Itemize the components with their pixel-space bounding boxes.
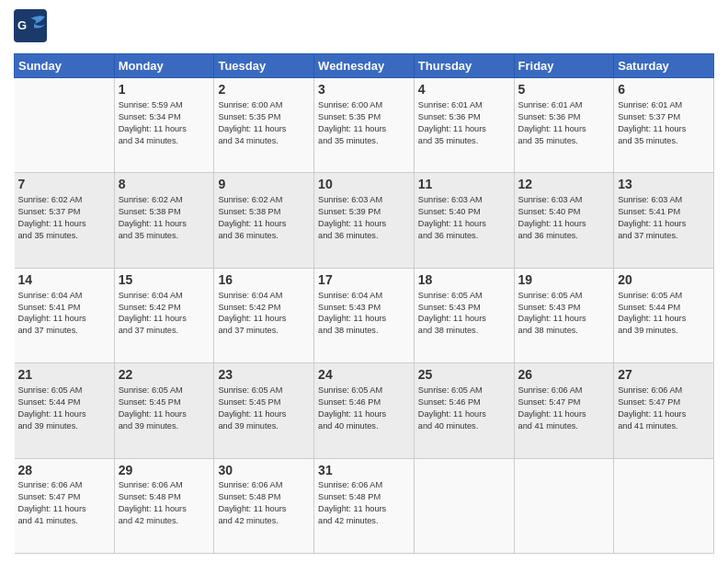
day-cell: 11Sunrise: 6:03 AMSunset: 5:40 PMDayligh…	[414, 173, 514, 268]
day-info: Sunrise: 6:02 AMSunset: 5:38 PMDaylight:…	[119, 194, 210, 242]
day-info: Sunrise: 6:05 AMSunset: 5:46 PMDaylight:…	[318, 385, 410, 432]
day-info: Sunrise: 6:04 AMSunset: 5:41 PMDaylight:…	[18, 290, 110, 338]
day-info: Sunrise: 6:00 AMSunset: 5:35 PMDaylight:…	[318, 99, 410, 147]
day-number: 6	[618, 81, 710, 98]
day-cell: 12Sunrise: 6:03 AMSunset: 5:40 PMDayligh…	[514, 173, 614, 268]
day-number: 12	[518, 176, 610, 193]
day-number: 3	[318, 81, 410, 98]
day-info: Sunrise: 6:05 AMSunset: 5:45 PMDaylight:…	[218, 385, 310, 432]
day-info: Sunrise: 6:06 AMSunset: 5:48 PMDaylight:…	[119, 479, 210, 527]
day-info: Sunrise: 6:06 AMSunset: 5:47 PMDaylight:…	[618, 385, 710, 432]
week-row-2: 7Sunrise: 6:02 AMSunset: 5:37 PMDaylight…	[15, 173, 714, 268]
week-row-4: 21Sunrise: 6:05 AMSunset: 5:44 PMDayligh…	[15, 363, 714, 458]
day-cell: 20Sunrise: 6:05 AMSunset: 5:44 PMDayligh…	[614, 268, 714, 362]
day-cell: 27Sunrise: 6:06 AMSunset: 5:47 PMDayligh…	[614, 363, 714, 458]
day-cell: 13Sunrise: 6:03 AMSunset: 5:41 PMDayligh…	[614, 173, 714, 268]
day-number: 15	[119, 271, 210, 289]
day-number: 10	[318, 176, 410, 193]
day-cell: 31Sunrise: 6:06 AMSunset: 5:48 PMDayligh…	[314, 458, 415, 553]
day-number: 31	[318, 462, 410, 479]
day-cell: 2Sunrise: 6:00 AMSunset: 5:35 PMDaylight…	[214, 78, 314, 173]
day-number: 11	[418, 176, 510, 193]
day-cell: 21Sunrise: 6:05 AMSunset: 5:44 PMDayligh…	[15, 363, 115, 458]
day-cell: 17Sunrise: 6:04 AMSunset: 5:43 PMDayligh…	[314, 268, 415, 362]
day-info: Sunrise: 6:05 AMSunset: 5:44 PMDaylight:…	[618, 290, 710, 338]
weekday-tuesday: Tuesday	[214, 54, 314, 78]
day-number: 18	[418, 271, 510, 289]
week-row-5: 28Sunrise: 6:06 AMSunset: 5:47 PMDayligh…	[15, 458, 714, 553]
logo: G	[14, 9, 49, 46]
day-info: Sunrise: 6:05 AMSunset: 5:44 PMDaylight:…	[18, 385, 110, 432]
day-number: 2	[218, 81, 310, 98]
day-number: 22	[119, 366, 210, 384]
day-number: 20	[618, 271, 710, 289]
weekday-header-row: SundayMondayTuesdayWednesdayThursdayFrid…	[15, 54, 714, 78]
day-info: Sunrise: 6:06 AMSunset: 5:47 PMDaylight:…	[18, 479, 110, 527]
day-number: 24	[318, 366, 410, 384]
day-info: Sunrise: 6:03 AMSunset: 5:41 PMDaylight:…	[618, 194, 710, 242]
day-number: 13	[618, 176, 710, 193]
day-cell: 16Sunrise: 6:04 AMSunset: 5:42 PMDayligh…	[214, 268, 314, 362]
weekday-monday: Monday	[114, 54, 214, 78]
day-cell: 24Sunrise: 6:05 AMSunset: 5:46 PMDayligh…	[314, 363, 415, 458]
day-cell: 30Sunrise: 6:06 AMSunset: 5:48 PMDayligh…	[214, 458, 314, 553]
day-cell: 9Sunrise: 6:02 AMSunset: 5:38 PMDaylight…	[214, 173, 314, 268]
day-info: Sunrise: 6:01 AMSunset: 5:36 PMDaylight:…	[418, 99, 510, 147]
day-cell: 5Sunrise: 6:01 AMSunset: 5:36 PMDaylight…	[514, 78, 614, 173]
header: G	[14, 9, 714, 46]
day-info: Sunrise: 6:04 AMSunset: 5:42 PMDaylight:…	[119, 290, 210, 338]
day-cell: 7Sunrise: 6:02 AMSunset: 5:37 PMDaylight…	[15, 173, 115, 268]
weekday-thursday: Thursday	[414, 54, 514, 78]
day-info: Sunrise: 6:01 AMSunset: 5:37 PMDaylight:…	[618, 99, 710, 147]
day-info: Sunrise: 6:05 AMSunset: 5:46 PMDaylight:…	[418, 385, 510, 432]
day-number: 14	[18, 271, 110, 289]
day-cell: 18Sunrise: 6:05 AMSunset: 5:43 PMDayligh…	[414, 268, 514, 362]
day-cell: 29Sunrise: 6:06 AMSunset: 5:48 PMDayligh…	[114, 458, 214, 553]
day-number: 9	[218, 176, 310, 193]
day-info: Sunrise: 6:06 AMSunset: 5:47 PMDaylight:…	[518, 385, 610, 432]
day-number: 21	[18, 366, 110, 384]
day-info: Sunrise: 6:02 AMSunset: 5:38 PMDaylight:…	[218, 194, 310, 242]
day-cell: 8Sunrise: 6:02 AMSunset: 5:38 PMDaylight…	[114, 173, 214, 268]
day-number: 29	[119, 462, 210, 479]
day-cell	[514, 458, 614, 553]
day-cell: 23Sunrise: 6:05 AMSunset: 5:45 PMDayligh…	[214, 363, 314, 458]
day-cell: 10Sunrise: 6:03 AMSunset: 5:39 PMDayligh…	[314, 173, 415, 268]
day-cell: 28Sunrise: 6:06 AMSunset: 5:47 PMDayligh…	[15, 458, 115, 553]
day-info: Sunrise: 6:03 AMSunset: 5:39 PMDaylight:…	[318, 194, 410, 242]
day-info: Sunrise: 6:05 AMSunset: 5:43 PMDaylight:…	[518, 290, 610, 338]
day-cell: 26Sunrise: 6:06 AMSunset: 5:47 PMDayligh…	[514, 363, 614, 458]
day-number: 7	[18, 176, 110, 193]
day-number: 17	[318, 271, 410, 289]
day-info: Sunrise: 6:04 AMSunset: 5:43 PMDaylight:…	[318, 290, 410, 338]
day-info: Sunrise: 6:05 AMSunset: 5:45 PMDaylight:…	[119, 385, 210, 432]
day-cell: 3Sunrise: 6:00 AMSunset: 5:35 PMDaylight…	[314, 78, 415, 173]
day-cell: 4Sunrise: 6:01 AMSunset: 5:36 PMDaylight…	[414, 78, 514, 173]
calendar-table: SundayMondayTuesdayWednesdayThursdayFrid…	[14, 53, 714, 554]
day-info: Sunrise: 6:02 AMSunset: 5:37 PMDaylight:…	[18, 194, 110, 242]
day-cell: 25Sunrise: 6:05 AMSunset: 5:46 PMDayligh…	[414, 363, 514, 458]
day-cell: 14Sunrise: 6:04 AMSunset: 5:41 PMDayligh…	[15, 268, 115, 362]
day-cell: 6Sunrise: 6:01 AMSunset: 5:37 PMDaylight…	[614, 78, 714, 173]
weekday-saturday: Saturday	[614, 54, 714, 78]
day-info: Sunrise: 6:03 AMSunset: 5:40 PMDaylight:…	[518, 194, 610, 242]
day-cell: 22Sunrise: 6:05 AMSunset: 5:45 PMDayligh…	[114, 363, 214, 458]
logo-icon: G	[14, 9, 47, 42]
day-info: Sunrise: 5:59 AMSunset: 5:34 PMDaylight:…	[119, 99, 210, 147]
day-cell	[614, 458, 714, 553]
weekday-friday: Friday	[514, 54, 614, 78]
day-number: 30	[218, 462, 310, 479]
day-number: 16	[218, 271, 310, 289]
svg-text:G: G	[17, 18, 27, 32]
day-info: Sunrise: 6:06 AMSunset: 5:48 PMDaylight:…	[318, 479, 410, 527]
week-row-1: 1Sunrise: 5:59 AMSunset: 5:34 PMDaylight…	[15, 78, 714, 173]
day-cell: 1Sunrise: 5:59 AMSunset: 5:34 PMDaylight…	[114, 78, 214, 173]
day-info: Sunrise: 6:01 AMSunset: 5:36 PMDaylight:…	[518, 99, 610, 147]
day-number: 19	[518, 271, 610, 289]
day-number: 25	[418, 366, 510, 384]
day-number: 8	[119, 176, 210, 193]
day-info: Sunrise: 6:05 AMSunset: 5:43 PMDaylight:…	[418, 290, 510, 338]
day-number: 1	[119, 81, 210, 98]
day-number: 27	[618, 366, 710, 384]
day-cell	[15, 78, 115, 173]
